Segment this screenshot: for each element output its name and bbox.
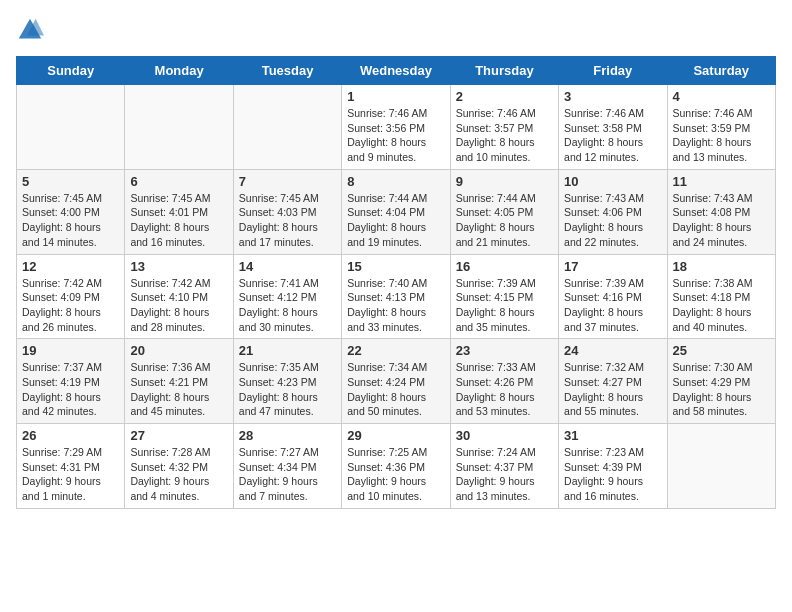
day-number: 19 (22, 343, 119, 358)
day-info: Sunrise: 7:39 AM Sunset: 4:15 PM Dayligh… (456, 276, 553, 335)
day-number: 27 (130, 428, 227, 443)
calendar-week-row: 19Sunrise: 7:37 AM Sunset: 4:19 PM Dayli… (17, 339, 776, 424)
day-info: Sunrise: 7:25 AM Sunset: 4:36 PM Dayligh… (347, 445, 444, 504)
day-info: Sunrise: 7:34 AM Sunset: 4:24 PM Dayligh… (347, 360, 444, 419)
day-info: Sunrise: 7:45 AM Sunset: 4:00 PM Dayligh… (22, 191, 119, 250)
calendar-cell: 21Sunrise: 7:35 AM Sunset: 4:23 PM Dayli… (233, 339, 341, 424)
day-info: Sunrise: 7:23 AM Sunset: 4:39 PM Dayligh… (564, 445, 661, 504)
calendar-cell: 28Sunrise: 7:27 AM Sunset: 4:34 PM Dayli… (233, 424, 341, 509)
day-number: 1 (347, 89, 444, 104)
calendar-cell: 29Sunrise: 7:25 AM Sunset: 4:36 PM Dayli… (342, 424, 450, 509)
day-number: 28 (239, 428, 336, 443)
calendar-cell: 4Sunrise: 7:46 AM Sunset: 3:59 PM Daylig… (667, 85, 775, 170)
calendar-cell: 10Sunrise: 7:43 AM Sunset: 4:06 PM Dayli… (559, 169, 667, 254)
day-info: Sunrise: 7:44 AM Sunset: 4:04 PM Dayligh… (347, 191, 444, 250)
day-number: 8 (347, 174, 444, 189)
day-info: Sunrise: 7:29 AM Sunset: 4:31 PM Dayligh… (22, 445, 119, 504)
logo-icon (16, 16, 44, 44)
day-info: Sunrise: 7:39 AM Sunset: 4:16 PM Dayligh… (564, 276, 661, 335)
weekday-header: Saturday (667, 57, 775, 85)
calendar-cell: 11Sunrise: 7:43 AM Sunset: 4:08 PM Dayli… (667, 169, 775, 254)
calendar-cell: 12Sunrise: 7:42 AM Sunset: 4:09 PM Dayli… (17, 254, 125, 339)
calendar-week-row: 12Sunrise: 7:42 AM Sunset: 4:09 PM Dayli… (17, 254, 776, 339)
day-number: 17 (564, 259, 661, 274)
day-info: Sunrise: 7:27 AM Sunset: 4:34 PM Dayligh… (239, 445, 336, 504)
day-number: 6 (130, 174, 227, 189)
calendar-cell: 22Sunrise: 7:34 AM Sunset: 4:24 PM Dayli… (342, 339, 450, 424)
calendar-cell: 18Sunrise: 7:38 AM Sunset: 4:18 PM Dayli… (667, 254, 775, 339)
calendar-cell: 26Sunrise: 7:29 AM Sunset: 4:31 PM Dayli… (17, 424, 125, 509)
calendar-cell: 15Sunrise: 7:40 AM Sunset: 4:13 PM Dayli… (342, 254, 450, 339)
day-info: Sunrise: 7:32 AM Sunset: 4:27 PM Dayligh… (564, 360, 661, 419)
day-info: Sunrise: 7:43 AM Sunset: 4:06 PM Dayligh… (564, 191, 661, 250)
day-info: Sunrise: 7:36 AM Sunset: 4:21 PM Dayligh… (130, 360, 227, 419)
day-number: 23 (456, 343, 553, 358)
day-number: 29 (347, 428, 444, 443)
day-info: Sunrise: 7:42 AM Sunset: 4:09 PM Dayligh… (22, 276, 119, 335)
calendar-cell: 19Sunrise: 7:37 AM Sunset: 4:19 PM Dayli… (17, 339, 125, 424)
day-number: 5 (22, 174, 119, 189)
day-info: Sunrise: 7:42 AM Sunset: 4:10 PM Dayligh… (130, 276, 227, 335)
day-number: 14 (239, 259, 336, 274)
logo (16, 16, 48, 44)
calendar-cell (667, 424, 775, 509)
day-info: Sunrise: 7:24 AM Sunset: 4:37 PM Dayligh… (456, 445, 553, 504)
day-number: 18 (673, 259, 770, 274)
day-info: Sunrise: 7:46 AM Sunset: 3:58 PM Dayligh… (564, 106, 661, 165)
day-number: 26 (22, 428, 119, 443)
calendar-cell: 16Sunrise: 7:39 AM Sunset: 4:15 PM Dayli… (450, 254, 558, 339)
day-number: 15 (347, 259, 444, 274)
day-number: 31 (564, 428, 661, 443)
page-header (16, 16, 776, 44)
calendar-cell: 6Sunrise: 7:45 AM Sunset: 4:01 PM Daylig… (125, 169, 233, 254)
day-info: Sunrise: 7:37 AM Sunset: 4:19 PM Dayligh… (22, 360, 119, 419)
calendar-cell: 30Sunrise: 7:24 AM Sunset: 4:37 PM Dayli… (450, 424, 558, 509)
calendar-cell: 3Sunrise: 7:46 AM Sunset: 3:58 PM Daylig… (559, 85, 667, 170)
weekday-header: Monday (125, 57, 233, 85)
day-number: 25 (673, 343, 770, 358)
day-number: 3 (564, 89, 661, 104)
calendar-cell: 5Sunrise: 7:45 AM Sunset: 4:00 PM Daylig… (17, 169, 125, 254)
calendar-week-row: 26Sunrise: 7:29 AM Sunset: 4:31 PM Dayli… (17, 424, 776, 509)
day-info: Sunrise: 7:35 AM Sunset: 4:23 PM Dayligh… (239, 360, 336, 419)
day-number: 10 (564, 174, 661, 189)
calendar-cell (233, 85, 341, 170)
calendar-cell: 8Sunrise: 7:44 AM Sunset: 4:04 PM Daylig… (342, 169, 450, 254)
day-number: 11 (673, 174, 770, 189)
calendar-cell (125, 85, 233, 170)
weekday-header: Wednesday (342, 57, 450, 85)
weekday-header: Sunday (17, 57, 125, 85)
calendar-cell: 17Sunrise: 7:39 AM Sunset: 4:16 PM Dayli… (559, 254, 667, 339)
day-info: Sunrise: 7:28 AM Sunset: 4:32 PM Dayligh… (130, 445, 227, 504)
day-number: 13 (130, 259, 227, 274)
calendar-cell: 1Sunrise: 7:46 AM Sunset: 3:56 PM Daylig… (342, 85, 450, 170)
day-info: Sunrise: 7:45 AM Sunset: 4:01 PM Dayligh… (130, 191, 227, 250)
day-info: Sunrise: 7:30 AM Sunset: 4:29 PM Dayligh… (673, 360, 770, 419)
day-number: 24 (564, 343, 661, 358)
day-info: Sunrise: 7:44 AM Sunset: 4:05 PM Dayligh… (456, 191, 553, 250)
day-info: Sunrise: 7:43 AM Sunset: 4:08 PM Dayligh… (673, 191, 770, 250)
day-info: Sunrise: 7:38 AM Sunset: 4:18 PM Dayligh… (673, 276, 770, 335)
day-number: 2 (456, 89, 553, 104)
day-number: 12 (22, 259, 119, 274)
day-info: Sunrise: 7:46 AM Sunset: 3:56 PM Dayligh… (347, 106, 444, 165)
day-number: 21 (239, 343, 336, 358)
calendar-week-row: 5Sunrise: 7:45 AM Sunset: 4:00 PM Daylig… (17, 169, 776, 254)
day-number: 4 (673, 89, 770, 104)
day-info: Sunrise: 7:46 AM Sunset: 3:59 PM Dayligh… (673, 106, 770, 165)
day-number: 20 (130, 343, 227, 358)
calendar-table: SundayMondayTuesdayWednesdayThursdayFrid… (16, 56, 776, 509)
calendar-cell: 25Sunrise: 7:30 AM Sunset: 4:29 PM Dayli… (667, 339, 775, 424)
day-info: Sunrise: 7:41 AM Sunset: 4:12 PM Dayligh… (239, 276, 336, 335)
calendar-cell: 13Sunrise: 7:42 AM Sunset: 4:10 PM Dayli… (125, 254, 233, 339)
calendar-cell: 9Sunrise: 7:44 AM Sunset: 4:05 PM Daylig… (450, 169, 558, 254)
calendar-cell: 23Sunrise: 7:33 AM Sunset: 4:26 PM Dayli… (450, 339, 558, 424)
calendar-cell: 31Sunrise: 7:23 AM Sunset: 4:39 PM Dayli… (559, 424, 667, 509)
weekday-header: Tuesday (233, 57, 341, 85)
calendar-cell: 20Sunrise: 7:36 AM Sunset: 4:21 PM Dayli… (125, 339, 233, 424)
weekday-header: Thursday (450, 57, 558, 85)
calendar-cell (17, 85, 125, 170)
weekday-header: Friday (559, 57, 667, 85)
calendar-cell: 24Sunrise: 7:32 AM Sunset: 4:27 PM Dayli… (559, 339, 667, 424)
day-number: 16 (456, 259, 553, 274)
